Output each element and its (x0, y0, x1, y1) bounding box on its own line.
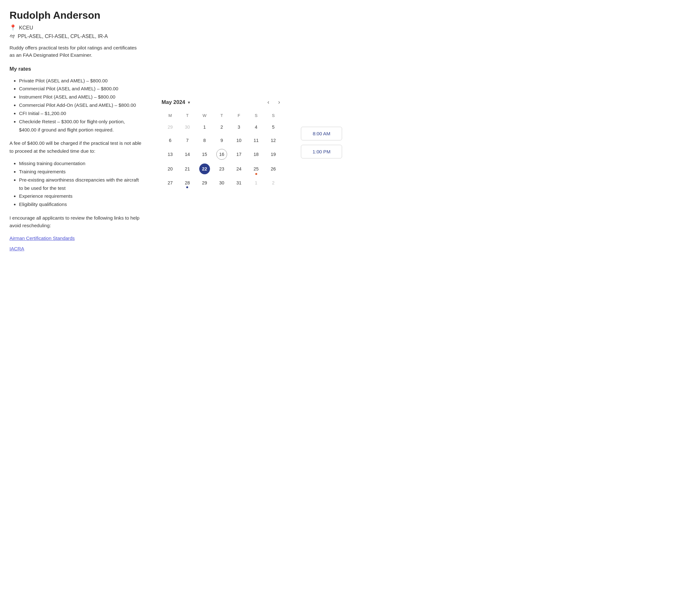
calendar-day[interactable]: 29 (196, 176, 213, 190)
calendar-day[interactable]: 8 (196, 134, 213, 147)
list-item: Instrument Pilot (ASEL and AMEL) – $800.… (19, 93, 143, 101)
list-item: Checkride Retest – $300.00 for flight-on… (19, 118, 143, 134)
list-item: Experience requirements (19, 192, 143, 200)
calendar-day[interactable]: 10 (230, 134, 247, 147)
time-slot-8am[interactable]: 8:00 AM (301, 127, 342, 140)
calendar-weekday: T (213, 112, 230, 120)
calendar-day[interactable]: 30 (179, 120, 196, 134)
calendar-day[interactable]: 16 (213, 147, 230, 162)
fee-list: Missing training documentation Training … (9, 159, 143, 209)
calendar-day[interactable]: 12 (265, 134, 282, 147)
list-item: Training requirements (19, 168, 143, 176)
list-item: Eligibility qualifications (19, 200, 143, 209)
calendar-day[interactable]: 24 (230, 162, 247, 176)
calendar-weekday: S (247, 112, 265, 120)
calendar-day[interactable]: 25 (247, 162, 265, 176)
list-item: Missing training documentation (19, 159, 143, 168)
airman-certification-link[interactable]: Airman Certification Standards (9, 235, 358, 241)
calendar-grid: MTWTFSS 29301234567891011121314151617181… (161, 112, 282, 190)
calendar-day[interactable]: 9 (213, 134, 230, 147)
list-item: Commercial Pilot Add-On (ASEL and AMEL) … (19, 101, 143, 109)
iacra-link[interactable]: IACRA (9, 246, 358, 251)
examiner-description: Ruddy offers practical tests for pilot r… (9, 44, 143, 59)
calendar-day[interactable]: 11 (247, 134, 265, 147)
calendar-next-button[interactable]: › (276, 98, 282, 106)
rates-title: My rates (9, 66, 358, 72)
rates-list: Private Pilot (ASEL and AMEL) – $800.00 … (9, 77, 143, 134)
calendar-day[interactable]: 14 (179, 147, 196, 162)
calendar-day[interactable]: 13 (161, 147, 179, 162)
list-item: Private Pilot (ASEL and AMEL) – $800.00 (19, 77, 143, 85)
calendar: May 2024 ▾ ‹ › MTWTFSS 29301234567891011… (161, 98, 282, 190)
calendar-day[interactable]: 7 (179, 134, 196, 147)
calendar-month-label: May 2024 (161, 99, 185, 105)
calendar-weekday: W (196, 112, 213, 120)
calendar-weekday: T (179, 112, 196, 120)
calendar-day[interactable]: 28 (179, 176, 196, 190)
calendar-day[interactable]: 4 (247, 120, 265, 134)
calendar-day[interactable]: 27 (161, 176, 179, 190)
ratings-text: PPL-ASEL, CFI-ASEL, CPL-ASEL, IR-A (18, 33, 108, 39)
list-item: CFI Initial – $1,200.00 (19, 109, 143, 118)
examiner-name: Rudolph Anderson (9, 9, 358, 21)
calendar-day[interactable]: 29 (161, 120, 179, 134)
ratings-icon: 🛩 (9, 33, 15, 40)
calendar-day[interactable]: 1 (196, 120, 213, 134)
calendar-day[interactable]: 2 (213, 120, 230, 134)
location-text: KCEU (19, 25, 33, 31)
calendar-day[interactable]: 22 (196, 162, 213, 176)
calendar-weekday: F (230, 112, 247, 120)
time-slot-1pm[interactable]: 1:00 PM (301, 145, 342, 159)
calendar-day[interactable]: 17 (230, 147, 247, 162)
links-section: Airman Certification Standards IACRA (9, 235, 358, 251)
calendar-day[interactable]: 15 (196, 147, 213, 162)
calendar-dropdown-icon[interactable]: ▾ (188, 100, 190, 105)
calendar-day[interactable]: 30 (213, 176, 230, 190)
list-item: Pre-existing airworthiness discrepancies… (19, 176, 143, 192)
ratings-row: 🛩 PPL-ASEL, CFI-ASEL, CPL-ASEL, IR-A (9, 33, 358, 40)
fee-notice-text: A fee of $400.00 will be charged if the … (9, 139, 143, 155)
calendar-day[interactable]: 18 (247, 147, 265, 162)
encourage-text: I encourage all applicants to review the… (9, 214, 143, 230)
calendar-day[interactable]: 21 (179, 162, 196, 176)
calendar-day[interactable]: 1 (247, 176, 265, 190)
calendar-day[interactable]: 20 (161, 162, 179, 176)
calendar-weekday: S (265, 112, 282, 120)
calendar-weekday: M (161, 112, 179, 120)
location-row: 📍 KCEU (9, 24, 358, 31)
calendar-prev-button[interactable]: ‹ (266, 98, 271, 106)
calendar-day[interactable]: 23 (213, 162, 230, 176)
calendar-day[interactable]: 6 (161, 134, 179, 147)
location-icon: 📍 (9, 24, 17, 31)
list-item: Commercial Pilot (ASEL and AMEL) – $800.… (19, 85, 143, 93)
calendar-nav: ‹ › (266, 98, 282, 106)
calendar-day[interactable]: 26 (265, 162, 282, 176)
calendar-day[interactable]: 3 (230, 120, 247, 134)
calendar-header: May 2024 ▾ ‹ › (161, 98, 282, 106)
calendar-day[interactable]: 31 (230, 176, 247, 190)
calendar-day[interactable]: 5 (265, 120, 282, 134)
time-slots-area: 8:00 AM 1:00 PM (301, 127, 342, 163)
calendar-day[interactable]: 19 (265, 147, 282, 162)
calendar-day[interactable]: 2 (265, 176, 282, 190)
